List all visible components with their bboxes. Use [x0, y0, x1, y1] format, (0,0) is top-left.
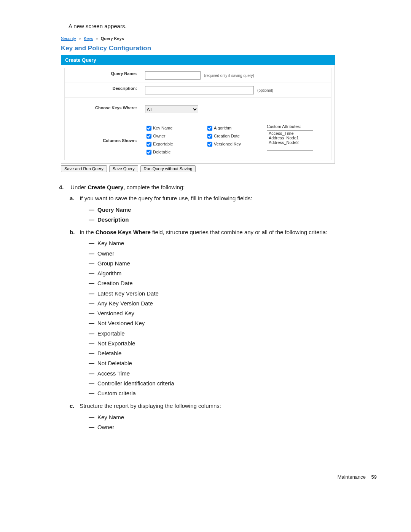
panel-body: Query Name: (required only if saving que…	[61, 65, 335, 164]
intro-text: A new screen appears.	[68, 23, 384, 29]
custom-attributes-block: Custom Attributes: Access_Time Address_N…	[267, 124, 313, 157]
dash-list-a: Query Name Description	[78, 205, 384, 224]
panel-header: Create Query	[61, 55, 335, 65]
checkbox-versioned-key[interactable]	[207, 142, 212, 147]
page-title: Key and Policy Configuration	[61, 45, 335, 52]
col-label: Exportable	[153, 142, 173, 146]
query-name-hint: (required only if saving query)	[204, 73, 254, 78]
substep-text: Structure the report by displaying the f…	[80, 403, 221, 409]
save-query-button[interactable]: Save Query	[109, 165, 138, 172]
breadcrumb-sep-icon: »	[96, 36, 98, 41]
list-item: Not Versioned Key	[89, 319, 384, 328]
substep-letter: c.	[70, 401, 78, 410]
list-item: Key Name	[89, 413, 384, 422]
breadcrumb-current: Query Keys	[101, 36, 124, 41]
button-row: Save and Run Query Save Query Run Query …	[61, 165, 384, 172]
save-and-run-button[interactable]: Save and Run Query	[61, 165, 107, 172]
breadcrumb: Security » Keys » Query Keys	[61, 36, 335, 41]
custom-attributes-list[interactable]: Access_Time Address_Node1 Address_Node2	[267, 130, 313, 151]
list-item: Any Key Version Date	[89, 299, 384, 308]
description-label: Description:	[65, 83, 141, 98]
list-item: Latest Key Version Date	[89, 289, 384, 298]
col-label: Versioned Key	[214, 142, 241, 146]
col-label: Creation Date	[214, 134, 240, 138]
breadcrumb-security[interactable]: Security	[61, 36, 76, 41]
form-table: Query Name: (required only if saving que…	[64, 68, 331, 160]
list-item: Deletable	[89, 349, 384, 358]
columns-col2: Algorithm Creation Date Versioned Key	[206, 124, 252, 157]
list-item: Versioned Key	[89, 309, 384, 318]
substep-text: If you want to save the query for future…	[80, 195, 252, 201]
run-without-saving-button[interactable]: Run Query without Saving	[140, 165, 196, 172]
description-hint: (optional)	[257, 88, 273, 93]
col-label: Key Name	[153, 126, 172, 130]
list-item: Not Exportable	[89, 339, 384, 348]
dash-list-c: Key Name Owner	[78, 413, 384, 432]
choose-keys-select[interactable]: All	[145, 105, 198, 113]
list-item: Creation Date	[89, 279, 384, 288]
list-item: Exportable	[89, 329, 384, 338]
list-item: Controller identification criteria	[89, 379, 384, 388]
step-text: Under Create Query, complete the followi…	[70, 184, 185, 190]
list-item[interactable]: Address_Node1	[267, 136, 313, 140]
query-name-input[interactable]	[145, 71, 201, 80]
breadcrumb-keys[interactable]: Keys	[84, 36, 93, 41]
footer-section: Maintenance	[338, 474, 366, 480]
list-item: Owner	[89, 249, 384, 258]
col-label: Owner	[153, 134, 165, 138]
list-item: Access Time	[89, 369, 384, 378]
substep-text: In the Choose Keys Where field, structur…	[80, 229, 327, 235]
choose-keys-label: Choose Keys Where:	[65, 98, 141, 121]
breadcrumb-sep-icon: »	[79, 36, 81, 41]
list-item[interactable]: Address_Node2	[267, 140, 313, 145]
list-item: Owner	[89, 423, 384, 431]
custom-attributes-label: Custom Attributes:	[267, 124, 313, 129]
checkbox-creation-date[interactable]	[207, 134, 212, 139]
col-label: Algorithm	[214, 126, 231, 130]
step-number: 4.	[59, 183, 69, 192]
page-footer: Maintenance 59	[338, 474, 377, 480]
query-name-label: Query Name:	[65, 68, 141, 83]
list-item: Group Name	[89, 259, 384, 268]
dash-list-b: Key Name Owner Group Name Algorithm Crea…	[78, 239, 384, 398]
footer-page-number: 59	[371, 474, 377, 480]
checkbox-owner[interactable]	[147, 134, 151, 139]
substep-letter: b.	[70, 228, 78, 236]
list-item: Not Deletable	[89, 359, 384, 367]
list-item: Key Name	[89, 239, 384, 248]
checkbox-key-name[interactable]	[147, 126, 151, 131]
list-item: Query Name	[89, 205, 384, 214]
substep-letter: a.	[70, 194, 78, 203]
list-item[interactable]: Access_Time	[267, 131, 313, 136]
list-item: Description	[89, 215, 384, 224]
checkbox-exportable[interactable]	[147, 142, 151, 147]
columns-shown-label: Columns Shown:	[65, 121, 141, 160]
checkbox-algorithm[interactable]	[207, 126, 212, 131]
description-input[interactable]	[145, 86, 254, 94]
list-item: Algorithm	[89, 269, 384, 278]
columns-col1: Key Name Owner Exportable Deletable	[145, 124, 191, 157]
list-item: Custom criteria	[89, 389, 384, 398]
config-screenshot: Security » Keys » Query Keys Key and Pol…	[61, 36, 335, 164]
col-label: Deletable	[153, 150, 170, 154]
instructions: 4. Under Create Query, complete the foll…	[59, 183, 384, 431]
checkbox-deletable[interactable]	[147, 150, 151, 155]
